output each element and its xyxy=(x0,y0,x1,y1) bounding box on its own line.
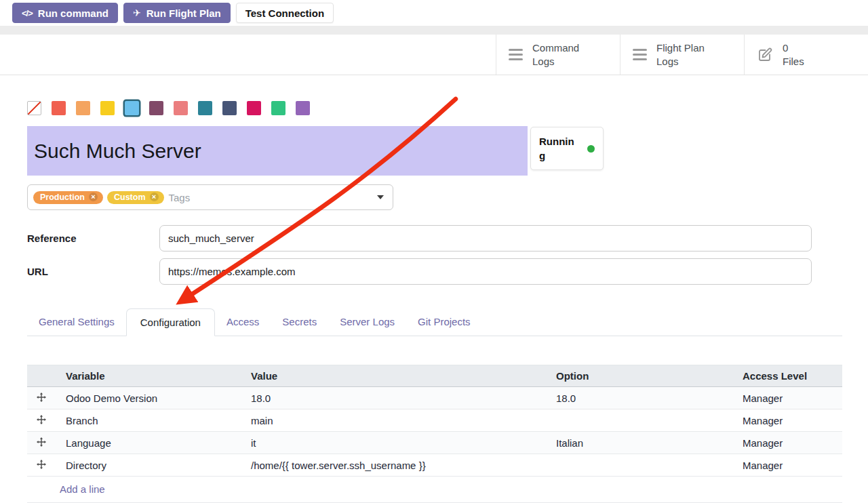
reference-label: Reference xyxy=(27,233,159,244)
drag-handle-icon xyxy=(37,415,46,424)
run-flight-plan-label: Run Flight Plan xyxy=(146,7,221,19)
drag-handle[interactable] xyxy=(27,432,55,454)
color-swatch-none[interactable] xyxy=(27,101,41,115)
table-header-row: VariableValueOptionAccess Level xyxy=(27,365,842,387)
color-swatch-yellow[interactable] xyxy=(100,101,115,115)
files-count: 0 xyxy=(783,41,804,55)
color-swatch-red[interactable] xyxy=(52,101,66,115)
cell-option[interactable] xyxy=(545,454,732,477)
chevron-down-icon[interactable] xyxy=(377,195,384,199)
drag-handle-icon xyxy=(37,460,46,469)
tag-remove-icon[interactable]: × xyxy=(150,193,159,201)
files-button[interactable]: 0 Files xyxy=(744,35,868,75)
cell-value[interactable]: main xyxy=(240,409,545,432)
pencil-square-icon xyxy=(757,47,773,63)
tags-list: Production×Custom× xyxy=(33,191,164,204)
button-box: Command Logs Flight Plan Logs 0 Files xyxy=(0,35,868,75)
cell-option[interactable]: 18.0 xyxy=(545,387,732,409)
tags-placeholder: Tags xyxy=(169,192,191,203)
app-window: </> Run command ✈ Run Flight Plan Test C… xyxy=(0,0,868,503)
code-icon: </> xyxy=(22,8,33,18)
color-swatch-salmon[interactable] xyxy=(174,101,188,115)
tab-configuration[interactable]: Configuration xyxy=(126,308,215,336)
cell-variable[interactable]: Odoo Demo Version xyxy=(55,387,240,409)
color-swatch-dark-blue[interactable] xyxy=(222,101,237,115)
bars-icon xyxy=(509,49,523,60)
cell-variable[interactable]: Language xyxy=(55,432,240,454)
server-name-input[interactable]: Such Much Server xyxy=(27,126,528,176)
cell-option[interactable]: Italian xyxy=(545,432,732,454)
url-input[interactable] xyxy=(159,258,812,285)
handle-column-header xyxy=(27,365,55,387)
run-command-label: Run command xyxy=(38,7,108,19)
paper-plane-icon: ✈ xyxy=(133,7,141,18)
color-swatch-light-blue[interactable] xyxy=(125,101,139,115)
color-swatch-teal[interactable] xyxy=(198,101,212,115)
reference-field-row: Reference xyxy=(27,225,842,252)
files-label: Files xyxy=(783,55,804,68)
color-swatch-green[interactable] xyxy=(271,101,285,115)
test-connection-button[interactable]: Test Connection xyxy=(236,3,334,23)
reference-input[interactable] xyxy=(159,225,812,252)
drag-handle[interactable] xyxy=(27,387,55,409)
color-swatch-purple[interactable] xyxy=(296,101,310,115)
bars-icon xyxy=(633,49,647,60)
top-toolbar: </> Run command ✈ Run Flight Plan Test C… xyxy=(0,0,868,26)
table-row[interactable]: LanguageitItalianManager xyxy=(27,432,842,454)
drag-handle[interactable] xyxy=(27,409,55,432)
drag-handle[interactable] xyxy=(27,454,55,477)
cell-variable[interactable]: Directory xyxy=(55,454,240,477)
cell-value[interactable]: it xyxy=(240,432,545,454)
flight-plan-logs-button[interactable]: Flight Plan Logs xyxy=(620,35,744,75)
color-swatch-dark-purple[interactable] xyxy=(149,101,163,115)
test-connection-label: Test Connection xyxy=(245,7,324,19)
column-header-access-level[interactable]: Access Level xyxy=(732,365,842,387)
form-sheet: Such Much Server Running Production×Cust… xyxy=(0,101,868,503)
table-body: Odoo Demo Version18.018.0ManagerBranchma… xyxy=(27,387,842,477)
tag-custom: Custom× xyxy=(107,191,164,204)
tags-input[interactable]: Production×Custom× Tags xyxy=(27,184,393,210)
table-row[interactable]: Odoo Demo Version18.018.0Manager xyxy=(27,387,842,409)
status-label: Running xyxy=(539,134,574,163)
drag-handle-icon xyxy=(37,393,46,402)
url-field-row: URL xyxy=(27,258,842,285)
cell-access-level[interactable]: Manager xyxy=(732,432,842,454)
tab-access[interactable]: Access xyxy=(215,308,271,336)
drag-handle-icon xyxy=(37,437,46,447)
title-row: Such Much Server Running xyxy=(27,126,842,176)
tab-git-projects[interactable]: Git Projects xyxy=(406,308,482,336)
page-gap xyxy=(0,26,868,35)
add-a-line-link[interactable]: Add a line xyxy=(60,483,105,495)
cell-access-level[interactable]: Manager xyxy=(732,454,842,477)
table-row[interactable]: Directory/home/{{ tower.server.ssh_usern… xyxy=(27,454,842,477)
add-line-row: Add a line xyxy=(27,477,842,503)
cell-access-level[interactable]: Manager xyxy=(732,409,842,432)
color-picker xyxy=(27,101,842,115)
variables-table: VariableValueOptionAccess Level Odoo Dem… xyxy=(27,365,842,503)
column-header-option[interactable]: Option xyxy=(545,365,732,387)
run-command-button[interactable]: </> Run command xyxy=(12,3,118,23)
table-row[interactable]: BranchmainManager xyxy=(27,409,842,432)
cell-value[interactable]: /home/{{ tower.server.ssh_username }} xyxy=(240,454,545,477)
tag-remove-icon[interactable]: × xyxy=(89,193,98,201)
command-logs-label: Command Logs xyxy=(532,41,591,68)
tab-secrets[interactable]: Secrets xyxy=(271,308,328,336)
notebook-tabs: General SettingsConfigurationAccessSecre… xyxy=(27,308,842,336)
status-dot-icon xyxy=(587,145,595,153)
cell-access-level[interactable]: Manager xyxy=(732,387,842,409)
tab-server-logs[interactable]: Server Logs xyxy=(328,308,406,336)
flight-plan-logs-label: Flight Plan Logs xyxy=(656,41,715,68)
cell-value[interactable]: 18.0 xyxy=(240,387,545,409)
run-flight-plan-button[interactable]: ✈ Run Flight Plan xyxy=(123,3,231,23)
status-button[interactable]: Running xyxy=(530,127,604,170)
column-header-variable[interactable]: Variable xyxy=(55,365,240,387)
tag-production: Production× xyxy=(33,191,103,204)
column-header-value[interactable]: Value xyxy=(240,365,545,387)
tab-general-settings[interactable]: General Settings xyxy=(27,308,126,336)
cell-option[interactable] xyxy=(545,409,732,432)
color-swatch-fuchsia[interactable] xyxy=(247,101,261,115)
command-logs-button[interactable]: Command Logs xyxy=(496,35,620,75)
cell-variable[interactable]: Branch xyxy=(55,409,240,432)
color-swatch-orange[interactable] xyxy=(76,101,90,115)
tag-label: Production xyxy=(40,193,85,202)
